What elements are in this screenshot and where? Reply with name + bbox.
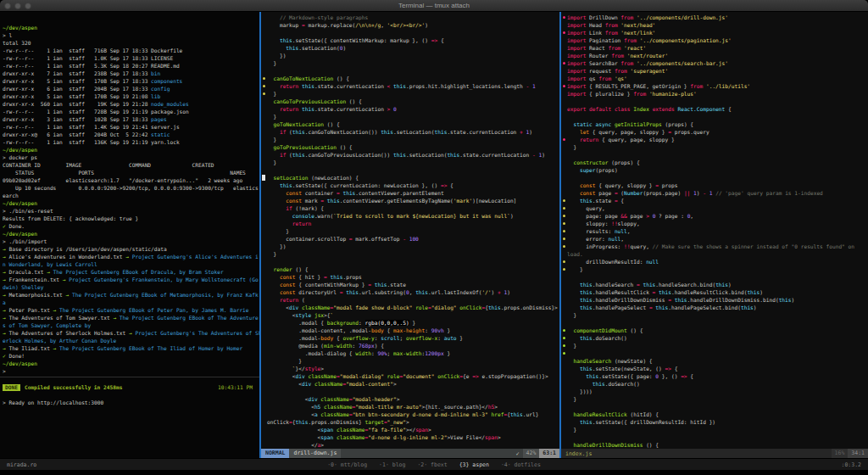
- code-line: import SearchBar from '../components/sea…: [561, 59, 868, 67]
- code-line: const page = (Number(props.page) || 1) -…: [561, 189, 868, 197]
- code-line: this.setState({ contentWithMarkup: marku…: [261, 36, 559, 44]
- code-line: this.handleResultClick = this.handleResu…: [561, 288, 868, 296]
- code-line: inProgress: !!query, // Make sure the sh…: [561, 243, 868, 250]
- vim-pane-drill-down[interactable]: // Markdown-style paragraphs markup = ma…: [261, 12, 559, 458]
- code-line: [561, 151, 868, 159]
- code-index[interactable]: import DrillDown from '../components/dri…: [561, 12, 868, 449]
- shell-line: ✓ Done!: [3, 352, 259, 360]
- code-line: const mark = this.contentViewer.getEleme…: [261, 197, 559, 204]
- code-line: <div className="modal-header">: [261, 395, 559, 403]
- code-line: }: [261, 113, 559, 120]
- tmux-window-fbext[interactable]: ·2· fbext: [417, 461, 447, 468]
- terminal-window: Terminal — tmux attach ~/dev/aspen> ltot…: [0, 0, 868, 475]
- code-line: let { query, page, sloppy } = props.quer…: [561, 128, 868, 136]
- tmux-window-aspen[interactable]: {3} aspen: [459, 461, 489, 468]
- gutter-sign: [561, 235, 567, 243]
- code-line: [261, 67, 559, 75]
- code-line: if (this.canGoToNextLocation()) this.set…: [261, 128, 559, 136]
- code-line: container.scrollTop = mark.offsetTop - 1…: [261, 235, 559, 243]
- shell-line: → Dracula.txt → The Project Gutenberg EB…: [3, 268, 259, 276]
- shell-line: -rw-r--r-- 1 ian staff 728B Sep 19 21:19…: [3, 108, 259, 115]
- code-line: export default class Index extends React…: [561, 105, 868, 113]
- vim-pane-index[interactable]: import DrillDown from '../components/dri…: [561, 12, 868, 458]
- shell-line: → The Adventures of Sherlock Holmes.txt …: [3, 329, 259, 337]
- code-line: this.setState({ page: 0 }, () => {: [561, 372, 868, 380]
- shell-line: → Metamorphosis.txt → The Project Gutenb…: [3, 291, 259, 299]
- gutter-sign: [561, 136, 567, 143]
- shell-line: -rw-r--r-- 1 ian staff 1.0K Sep 17 18:33…: [3, 54, 259, 62]
- code-line: import Router from 'next/router': [561, 52, 868, 59]
- code-line: `}</style>: [261, 365, 559, 372]
- code-line: import Pagination from '../components/pa…: [561, 36, 868, 44]
- filename-drill-down: drill-down.js: [289, 449, 341, 458]
- code-line: this.setState({ currentLocation: newLoca…: [261, 182, 559, 189]
- shell-line: ~/dev/aspen: [3, 146, 259, 154]
- code-line: [261, 388, 559, 395]
- code-line: results: null,: [561, 227, 868, 235]
- code-line: }: [261, 136, 559, 143]
- scroll-percent: 42%: [523, 449, 540, 458]
- shell-line: drwxr-xr-x 7 ian staff 238B Sep 17 18:33…: [3, 70, 259, 77]
- gutter-sign: [561, 204, 567, 212]
- code-line: import DrillDown from '../components/dri…: [561, 14, 868, 21]
- gutter-sign: [561, 243, 567, 250]
- code-line: </a>: [261, 441, 559, 449]
- shell-line: drwxr-xr-x 5 ian staff 170B Sep 19 21:08…: [3, 92, 259, 100]
- code-line: [561, 349, 868, 357]
- code-line: this.doSearch(): [561, 380, 868, 388]
- code-line: import qs from 'qs': [561, 75, 868, 82]
- shell-line: STATUS PORTS NAMES: [3, 169, 259, 176]
- code-line: canGoToPreviousLocation () {: [261, 98, 559, 105]
- code-line: }: [561, 395, 868, 403]
- shell-line: → Frankenstein.txt → Project Gutenberg's…: [3, 276, 259, 283]
- code-line: this.setState(newState, () => {: [561, 365, 868, 372]
- dev-server-pane[interactable]: DONE Compiled successfully in 2458ms 10:…: [0, 377, 259, 458]
- code-line: }: [561, 311, 868, 319]
- code-line: handleResultClick (hitId) {: [561, 411, 868, 418]
- code-line: <h5 className="modal-title mr-auto">{hit…: [261, 403, 559, 411]
- shell-pane[interactable]: ~/dev/aspen> ltotal 320-rw-r--r-- 1 ian …: [0, 12, 259, 458]
- titlebar: Terminal — tmux attach: [0, 0, 868, 12]
- shell-line: > l: [3, 31, 259, 39]
- server-ready-line: > Ready on http://localhost:3000: [0, 399, 259, 406]
- shell-line: drwxr-xr-x@ 6 ian staff 204B Oct 5 22:42…: [3, 131, 259, 138]
- vim-mode-indicator: NORMAL: [261, 449, 289, 458]
- code-line: [561, 273, 868, 281]
- code-line: error: null,: [561, 235, 868, 243]
- code-drill-down[interactable]: // Markdown-style paragraphs markup = ma…: [261, 12, 559, 449]
- code-line: }: [261, 90, 559, 98]
- code-line: [261, 166, 559, 174]
- shell-line: -rw-r--r-- 1 ian staff 136K Sep 19 21:19…: [3, 138, 259, 146]
- code-line: [561, 98, 868, 105]
- code-line: [561, 174, 868, 182]
- code-line: }: [261, 159, 559, 166]
- tmux-window-blog[interactable]: ·1· blog: [379, 461, 405, 468]
- code-line: // Markdown-style paragraphs: [261, 14, 559, 21]
- code-line: .modal-body { overflow-y: scroll; overfl…: [261, 334, 559, 342]
- tmux-window-mtt-blog[interactable]: ·0· mtt/blog: [327, 461, 367, 468]
- code-line: <style jsx>{`: [261, 311, 559, 319]
- code-line: const container = this.contentViewer.par…: [261, 189, 559, 197]
- code-line: onClick={this.props.onDismiss} target="_…: [261, 418, 559, 426]
- vim-statusline-inactive: index.js 16% 34:1: [561, 449, 868, 458]
- shell-line: Up 10 seconds 0.0.0.0:9200->9200/tcp, 0.…: [3, 184, 259, 192]
- gutter-sign: [561, 14, 567, 21]
- shell-line: → Base directory is /Users/ian/dev/aspen…: [3, 245, 259, 253]
- tmux-window-dotfiles[interactable]: ·4· dotfiles: [501, 461, 541, 468]
- code-line: [561, 319, 868, 327]
- shell-line: dwin) Shelley: [3, 283, 259, 291]
- gutter-sign: [561, 212, 567, 220]
- code-line: }: [261, 250, 559, 258]
- shell-line: > ./bin/import: [3, 238, 259, 245]
- code-line: page: page && page > 0 ? page : 0,: [561, 212, 868, 220]
- shell-line: → The Adventures of Tom Sawyer.txt → The…: [3, 314, 259, 321]
- gutter-sign: [261, 82, 267, 90]
- code-line: }): [261, 243, 559, 250]
- code-line: }))): [561, 388, 868, 395]
- code-line: [561, 113, 868, 120]
- gutter-sign: [561, 220, 567, 227]
- code-line: constructor (props) {: [561, 159, 868, 166]
- vim-statusline-active: NORMAL drill-down.js ✓ 42% 63:1: [261, 449, 559, 458]
- cursor-position: 63:1: [539, 449, 559, 458]
- code-line: query,: [561, 204, 868, 212]
